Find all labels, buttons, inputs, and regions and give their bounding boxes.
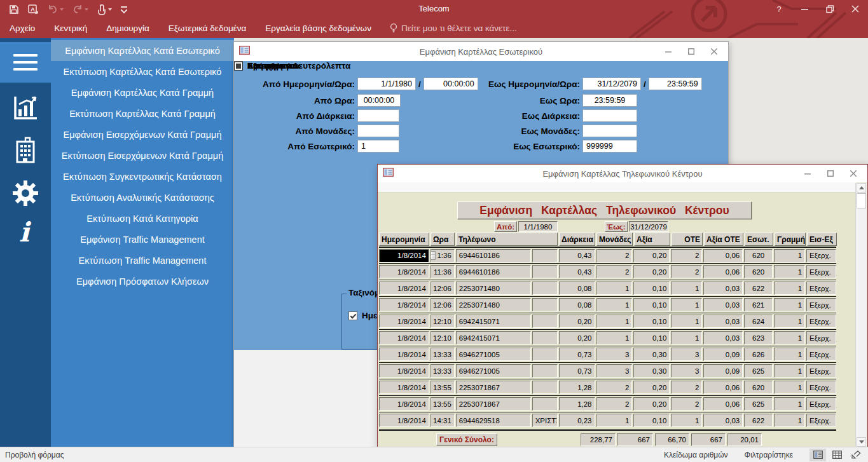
cell-date[interactable]: 1/8/2014 xyxy=(379,298,429,311)
cell-name[interactable] xyxy=(532,331,558,344)
from-duration-input[interactable] xyxy=(357,109,399,122)
cell-duration[interactable]: 0,08 xyxy=(559,298,595,311)
table-row[interactable]: 1/8/2014 13:55 2253071867 1,28 2 0,20 2 … xyxy=(379,379,836,395)
cell-internal[interactable]: 626 xyxy=(744,348,773,361)
column-header[interactable]: Γραμμή xyxy=(775,233,806,246)
cell-name[interactable] xyxy=(532,282,558,295)
restore-button[interactable] xyxy=(817,0,843,18)
sidebar-menu-item[interactable]: Εκτύπωση Αναλυτικής Κατάστασης xyxy=(51,187,234,208)
column-header[interactable]: Τηλέφωνο xyxy=(456,233,558,246)
cell-value[interactable]: 0,20 xyxy=(633,249,670,262)
to-units-input[interactable] xyxy=(582,125,637,137)
cell-direction[interactable]: Εξερχ. xyxy=(806,348,836,361)
cell-duration[interactable]: 0,43 xyxy=(559,265,595,278)
cell-duration[interactable]: 1,28 xyxy=(559,397,595,411)
cell-date[interactable]: 1/8/2014 xyxy=(379,381,429,394)
cell-ote[interactable]: 1 xyxy=(671,298,702,311)
cell-time[interactable]: 11:36 xyxy=(431,265,455,278)
cell-internal[interactable]: 625 xyxy=(744,397,773,411)
to-time-input[interactable]: 23:59:59 xyxy=(649,78,702,90)
from-date-input[interactable]: 1/1/1980 xyxy=(357,78,416,90)
cell-phone[interactable]: 2253071867 xyxy=(456,381,531,394)
cell-internal[interactable]: 623 xyxy=(744,331,773,344)
sidebar-menu-item[interactable]: Εμφάνιση Πρόσφατων Κλήσεων xyxy=(51,271,234,292)
cell-units[interactable]: 1 xyxy=(596,331,633,344)
redo-icon[interactable] xyxy=(72,5,88,14)
cell-duration[interactable]: 0,73 xyxy=(559,364,595,377)
column-header[interactable]: Διάρκεια xyxy=(559,233,595,246)
scrollbar-thumb[interactable] xyxy=(857,193,866,208)
cell-internal[interactable]: 620 xyxy=(744,265,773,278)
tab-external-data[interactable]: Εξωτερικά δεδομένα xyxy=(159,18,256,38)
gear-icon[interactable] xyxy=(0,179,51,207)
column-header[interactable]: Εσωτ. xyxy=(745,233,773,246)
cell-phone[interactable]: 6944610186 xyxy=(456,249,531,262)
cell-phone[interactable]: 6946271005 xyxy=(456,364,531,377)
datasheet-view-icon[interactable] xyxy=(829,449,845,461)
cell-ote-value[interactable]: 0,06 xyxy=(703,381,743,394)
cell-phone[interactable]: 6942415071 xyxy=(456,315,531,328)
sidebar-menu-item[interactable]: Εκτύπωση Κατά Κατηγορία xyxy=(51,208,234,229)
cell-time[interactable]: 12:10 xyxy=(431,331,455,344)
cell-ote-value[interactable]: 0,03 xyxy=(703,414,743,427)
form-window-title-bar[interactable]: Εμφάνιση Καρτέλλας Εσωτερικού xyxy=(234,42,728,61)
cell-time[interactable]: 12:06 xyxy=(431,282,455,295)
cell-line[interactable]: 1 xyxy=(774,348,805,361)
cell-internal[interactable]: 620 xyxy=(744,249,773,262)
maximize-button[interactable] xyxy=(819,165,842,182)
checkbox-icon[interactable] xyxy=(234,62,243,71)
sidebar-menu-item[interactable]: Εκτύπωση Εισερχόμενων Κατά Γραμμή xyxy=(51,145,234,166)
column-header[interactable]: Εισ-Εξ xyxy=(807,233,837,246)
cell-phone[interactable]: 2253071867 xyxy=(456,397,531,411)
cell-ote[interactable]: 1 xyxy=(671,315,702,328)
tab-database-tools[interactable]: Εργαλεία βάσης δεδομένων xyxy=(256,18,381,38)
tab-home[interactable]: Κεντρική xyxy=(45,18,97,38)
cell-time[interactable]: 13:55 xyxy=(431,381,455,394)
cell-internal[interactable]: 621 xyxy=(744,298,773,311)
cell-ote-value[interactable]: 0,06 xyxy=(703,397,743,411)
to-hour-input[interactable]: 23:59:59 xyxy=(582,94,637,107)
cell-line[interactable]: 1 xyxy=(774,298,805,311)
column-header[interactable]: Μονάδες xyxy=(596,233,633,246)
to-value[interactable]: 31/12/2079 xyxy=(629,221,668,232)
cell-name[interactable] xyxy=(532,364,558,377)
cell-ote[interactable]: 1 xyxy=(671,414,702,427)
cell-direction[interactable]: Εξερχ. xyxy=(806,282,836,295)
hamburger-menu-icon[interactable] xyxy=(0,42,51,83)
cell-date[interactable]: 1/8/2014 xyxy=(379,364,429,377)
cell-duration[interactable]: 0,73 xyxy=(559,348,595,361)
tab-file[interactable]: Αρχείο xyxy=(0,18,45,38)
cell-date[interactable]: 1/8/2014 xyxy=(379,348,429,361)
building-icon[interactable] xyxy=(0,137,51,165)
cell-ote[interactable]: 2 xyxy=(671,249,702,262)
cell-value[interactable]: 0,10 xyxy=(633,282,670,295)
cell-name[interactable] xyxy=(532,348,558,361)
cell-time[interactable]: 13:33 xyxy=(431,364,455,377)
table-row[interactable]: 1/8/2014 12:10 6942415071 0,20 1 0,10 1 … xyxy=(379,329,836,346)
cell-line[interactable]: 1 xyxy=(774,331,805,344)
cell-ote-value[interactable]: 0,06 xyxy=(703,265,743,278)
vertical-scrollbar[interactable] xyxy=(855,183,867,447)
cell-date[interactable]: 1/8/2014 xyxy=(379,265,429,278)
cell-duration[interactable]: 0,20 xyxy=(559,315,595,328)
cell-value[interactable]: 0,30 xyxy=(633,348,670,361)
column-header[interactable]: Ωρα xyxy=(431,233,455,246)
cell-units[interactable]: 2 xyxy=(596,381,633,394)
cell-ote[interactable]: 3 xyxy=(671,364,702,377)
close-button[interactable] xyxy=(703,42,726,61)
cell-direction[interactable]: Εξερχ. xyxy=(806,315,836,328)
cell-value[interactable]: 0,30 xyxy=(633,364,670,377)
chart-icon[interactable] xyxy=(0,94,51,122)
cell-internal[interactable]: 622 xyxy=(744,282,773,295)
checkbox-icon[interactable] xyxy=(348,311,357,320)
scroll-up-icon[interactable] xyxy=(857,183,866,193)
cell-internal[interactable]: 620 xyxy=(744,381,773,394)
tab-create[interactable]: Δημιουργία xyxy=(97,18,158,38)
cell-name[interactable] xyxy=(532,298,558,311)
cell-internal[interactable]: 625 xyxy=(744,364,773,377)
cell-direction[interactable]: Εξερχ. xyxy=(806,364,836,377)
cell-units[interactable]: 3 xyxy=(596,364,633,377)
cell-ote-value[interactable]: 0,03 xyxy=(703,331,743,344)
sidebar-menu-item[interactable]: Εκτύπωση Traffic Management xyxy=(51,250,234,271)
cell-time[interactable]: 13:33 xyxy=(431,348,455,361)
